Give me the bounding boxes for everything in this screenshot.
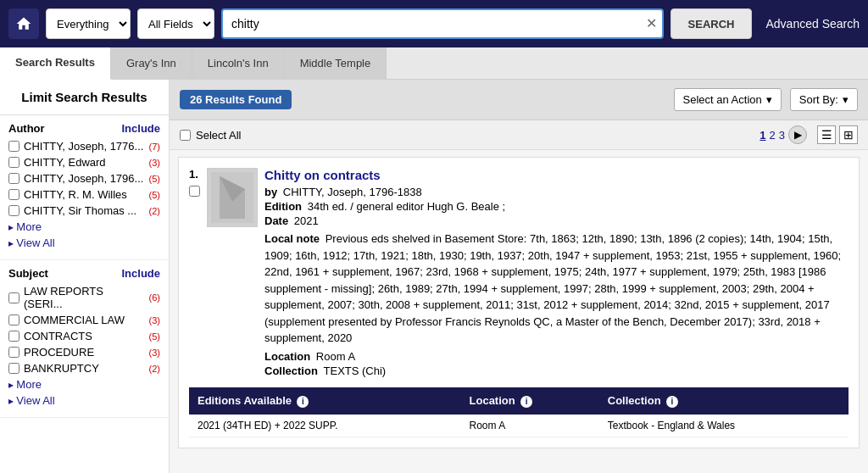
author-section: Author Include CHITTY, Joseph, 1776... (… <box>0 115 169 260</box>
editions-table: Editions Available i Location i Collecti… <box>189 387 849 437</box>
list-item: LAW REPORTS (SERI... (6) <box>8 285 160 310</box>
list-item: CHITTY, Edward (3) <box>8 156 160 169</box>
author-chitty1776-checkbox[interactable] <box>8 141 19 152</box>
subject-law-reports-checkbox[interactable] <box>8 292 19 303</box>
collection-header: Collection i <box>599 387 849 415</box>
result-location: Room A <box>316 350 355 363</box>
author-chitty-rm-checkbox[interactable] <box>8 189 19 200</box>
list-item: CHITTY, Joseph, 1776... (7) <box>8 140 160 153</box>
location-cell: Room A <box>461 415 599 437</box>
list-item: CONTRACTS (5) <box>8 330 160 342</box>
subject-commercial-law-checkbox[interactable] <box>8 314 19 326</box>
page-2[interactable]: 2 <box>770 129 776 142</box>
subject-view-all-link[interactable]: ▸ View All <box>8 394 160 407</box>
sort-by-dropdown[interactable]: Sort By: ▾ <box>790 88 858 111</box>
select-all-bar: Select All 1 2 3 ▶ ☰ ⊞ <box>170 120 868 150</box>
location-info-icon[interactable]: i <box>520 396 532 408</box>
author-chitty-thomas-checkbox[interactable] <box>8 205 19 216</box>
tab-lincolns-inn[interactable]: Lincoln's Inn <box>192 47 285 80</box>
search-input-wrapper: ✕ <box>221 8 664 39</box>
next-page-button[interactable]: ▶ <box>788 125 807 144</box>
pagination: 1 2 3 <box>760 129 785 142</box>
tabs-bar: Search Results Gray's Inn Lincoln's Inn … <box>0 47 868 80</box>
collection-cell: Textbook - England & Wales <box>599 415 849 437</box>
subject-contracts-checkbox[interactable] <box>8 331 19 342</box>
list-view-button[interactable]: ☰ <box>817 125 836 144</box>
results-found-badge: 26 Results Found <box>180 90 292 109</box>
content-area: 26 Results Found Select an Action ▾ Sort… <box>170 80 868 473</box>
header: Everything All Fields ✕ SEARCH Advanced … <box>0 0 868 47</box>
table-row: 2021 (34TH ED) + 2022 SUPP. Room A Textb… <box>189 415 849 437</box>
subject-section-header: Subject Include <box>8 267 160 280</box>
list-item: CHITTY, Sir Thomas ... (2) <box>8 204 160 217</box>
list-item: CHITTY, R. M. Willes (5) <box>8 188 160 201</box>
list-item: BANKRUPTCY (2) <box>8 362 160 375</box>
subject-section: Subject Include LAW REPORTS (SERI... (6)… <box>0 260 169 418</box>
grid-view-button[interactable]: ⊞ <box>839 125 858 144</box>
select-all-label: Select All <box>196 129 241 142</box>
clear-search-button[interactable]: ✕ <box>646 17 657 31</box>
subject-bankruptcy-checkbox[interactable] <box>8 363 19 374</box>
author-chitty1796-checkbox[interactable] <box>8 173 19 184</box>
home-button[interactable] <box>8 8 39 39</box>
tab-middle-temple[interactable]: Middle Temple <box>285 47 387 80</box>
editions-header: Editions Available i <box>189 387 461 415</box>
subject-include-button[interactable]: Include <box>121 267 160 280</box>
search-input[interactable] <box>221 8 664 39</box>
result-number: 1. <box>189 168 200 181</box>
list-item: CHITTY, Joseph, 1796... (5) <box>8 172 160 185</box>
search-button[interactable]: SEARCH <box>670 8 753 39</box>
subject-section-title: Subject <box>8 267 48 280</box>
location-header: Location i <box>461 387 599 415</box>
advanced-search-link[interactable]: Advanced Search <box>765 17 860 31</box>
table-row: 1. Chitty on contracts by CHITTY, Joseph… <box>178 157 860 448</box>
author-include-button[interactable]: Include <box>121 122 160 135</box>
list-item: COMMERCIAL LAW (3) <box>8 314 160 326</box>
list-item: PROCEDURE (3) <box>8 346 160 359</box>
author-view-all-link[interactable]: ▸ View All <box>8 236 160 249</box>
results-toolbar: 26 Results Found Select an Action ▾ Sort… <box>170 80 868 120</box>
page-1[interactable]: 1 <box>760 129 765 142</box>
select-action-dropdown[interactable]: Select an Action ▾ <box>674 88 782 111</box>
editions-info-icon[interactable]: i <box>297 396 309 408</box>
everything-dropdown[interactable]: Everything <box>46 8 131 39</box>
collection-info-icon[interactable]: i <box>666 396 678 408</box>
result-date: 2021 <box>294 214 319 227</box>
page-3[interactable]: 3 <box>779 129 785 142</box>
result-collection: TEXTS (Chi) <box>324 364 387 377</box>
result-local-note: Previous eds shelved in Basement Store: … <box>264 232 841 344</box>
tab-search-results[interactable]: Search Results <box>0 47 111 80</box>
result-title[interactable]: Chitty on contracts <box>264 168 849 182</box>
sidebar: Limit Search Results Author Include CHIT… <box>0 80 170 473</box>
author-section-title: Author <box>8 122 45 135</box>
result-edition: 34th ed. / general editor Hugh G. Beale … <box>308 200 505 213</box>
tab-grays-inn[interactable]: Gray's Inn <box>111 47 192 80</box>
subject-more-link[interactable]: ▸ More <box>8 378 160 391</box>
book-thumbnail <box>207 168 258 227</box>
sidebar-title: Limit Search Results <box>0 80 169 115</box>
select-all-checkbox[interactable] <box>180 130 191 141</box>
author-chitty-edward-checkbox[interactable] <box>8 157 19 168</box>
main-layout: Limit Search Results Author Include CHIT… <box>0 80 868 473</box>
author-section-header: Author Include <box>8 122 160 135</box>
result-author: CHITTY, Joseph, 1796-1838 <box>283 186 422 198</box>
edition-cell: 2021 (34TH ED) + 2022 SUPP. <box>189 415 461 437</box>
result1-checkbox[interactable] <box>189 186 200 197</box>
subject-procedure-checkbox[interactable] <box>8 347 19 358</box>
author-more-link[interactable]: ▸ More <box>8 220 160 233</box>
all-fields-dropdown[interactable]: All Fields <box>137 8 214 39</box>
